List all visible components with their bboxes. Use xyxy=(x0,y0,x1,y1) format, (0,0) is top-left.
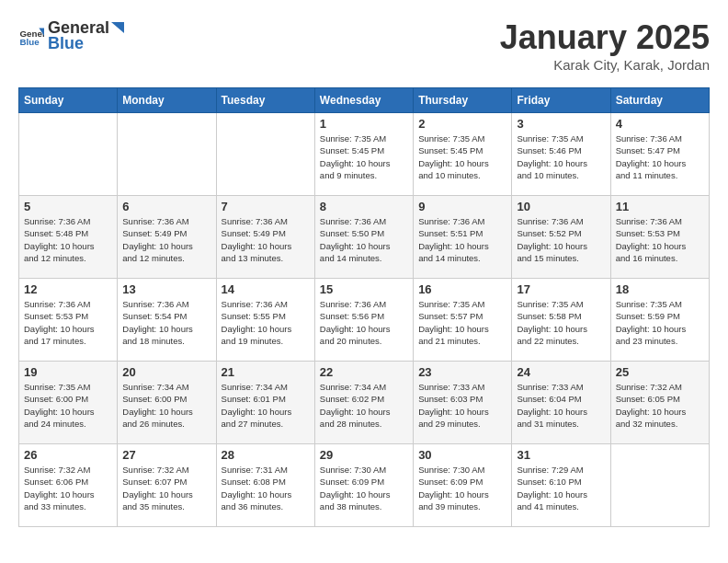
cell-info: Sunrise: 7:35 AM Sunset: 5:45 PM Dayligh… xyxy=(418,132,506,181)
calendar-cell: 7Sunrise: 7:36 AM Sunset: 5:49 PM Daylig… xyxy=(216,196,314,279)
calendar-cell: 17Sunrise: 7:35 AM Sunset: 5:58 PM Dayli… xyxy=(512,279,610,362)
day-number: 27 xyxy=(122,448,210,462)
cell-info: Sunrise: 7:35 AM Sunset: 5:58 PM Dayligh… xyxy=(517,298,605,347)
cell-info: Sunrise: 7:29 AM Sunset: 6:10 PM Dayligh… xyxy=(517,464,605,512)
logo: General Blue General Blue xyxy=(18,18,126,53)
calendar-cell: 1Sunrise: 7:35 AM Sunset: 5:45 PM Daylig… xyxy=(314,113,413,196)
calendar-cell: 15Sunrise: 7:36 AM Sunset: 5:56 PM Dayli… xyxy=(314,279,413,362)
calendar-cell xyxy=(118,113,216,196)
day-number: 12 xyxy=(24,282,112,296)
cell-info: Sunrise: 7:35 AM Sunset: 5:57 PM Dayligh… xyxy=(418,298,506,347)
calendar-cell: 22Sunrise: 7:34 AM Sunset: 6:02 PM Dayli… xyxy=(314,362,413,444)
cell-info: Sunrise: 7:36 AM Sunset: 5:49 PM Dayligh… xyxy=(122,215,210,264)
day-number: 17 xyxy=(517,282,605,296)
calendar-cell: 12Sunrise: 7:36 AM Sunset: 5:53 PM Dayli… xyxy=(19,279,118,362)
day-number: 2 xyxy=(418,117,506,131)
cell-info: Sunrise: 7:36 AM Sunset: 5:53 PM Dayligh… xyxy=(616,215,704,264)
cell-info: Sunrise: 7:34 AM Sunset: 6:00 PM Dayligh… xyxy=(122,381,210,430)
calendar-cell: 2Sunrise: 7:35 AM Sunset: 5:45 PM Daylig… xyxy=(414,113,512,196)
cell-info: Sunrise: 7:35 AM Sunset: 5:45 PM Dayligh… xyxy=(320,132,408,181)
cell-info: Sunrise: 7:34 AM Sunset: 6:01 PM Dayligh… xyxy=(222,381,310,430)
calendar-cell: 30Sunrise: 7:30 AM Sunset: 6:09 PM Dayli… xyxy=(414,444,512,527)
day-number: 9 xyxy=(418,200,506,213)
cell-info: Sunrise: 7:36 AM Sunset: 5:50 PM Dayligh… xyxy=(320,215,408,264)
cell-info: Sunrise: 7:32 AM Sunset: 6:07 PM Dayligh… xyxy=(122,464,210,512)
day-number: 26 xyxy=(24,448,112,462)
day-number: 3 xyxy=(517,117,605,131)
cell-info: Sunrise: 7:33 AM Sunset: 6:03 PM Dayligh… xyxy=(418,381,506,430)
col-header-wednesday: Wednesday xyxy=(314,88,413,113)
calendar-cell: 19Sunrise: 7:35 AM Sunset: 6:00 PM Dayli… xyxy=(19,362,118,444)
cell-info: Sunrise: 7:36 AM Sunset: 5:54 PM Dayligh… xyxy=(122,298,210,347)
calendar-week-row: 12Sunrise: 7:36 AM Sunset: 5:53 PM Dayli… xyxy=(19,279,710,362)
day-number: 4 xyxy=(616,117,704,131)
day-number: 14 xyxy=(222,282,310,296)
svg-marker-3 xyxy=(111,22,124,33)
page-header: General Blue General Blue January 2025 K… xyxy=(18,18,710,73)
calendar-cell: 28Sunrise: 7:31 AM Sunset: 6:08 PM Dayli… xyxy=(216,444,314,527)
calendar-cell: 14Sunrise: 7:36 AM Sunset: 5:55 PM Dayli… xyxy=(216,279,314,362)
calendar-cell: 13Sunrise: 7:36 AM Sunset: 5:54 PM Dayli… xyxy=(118,279,216,362)
calendar-week-row: 26Sunrise: 7:32 AM Sunset: 6:06 PM Dayli… xyxy=(19,444,710,527)
cell-info: Sunrise: 7:35 AM Sunset: 6:00 PM Dayligh… xyxy=(24,381,112,430)
cell-info: Sunrise: 7:35 AM Sunset: 5:59 PM Dayligh… xyxy=(616,298,704,347)
cell-info: Sunrise: 7:36 AM Sunset: 5:51 PM Dayligh… xyxy=(418,215,506,264)
day-number: 20 xyxy=(122,365,210,379)
day-number: 22 xyxy=(320,365,408,379)
day-number: 30 xyxy=(418,448,506,462)
day-number: 8 xyxy=(320,200,408,213)
cell-info: Sunrise: 7:30 AM Sunset: 6:09 PM Dayligh… xyxy=(418,464,506,512)
day-number: 10 xyxy=(517,200,605,213)
day-number: 21 xyxy=(222,365,310,379)
calendar-cell: 16Sunrise: 7:35 AM Sunset: 5:57 PM Dayli… xyxy=(414,279,512,362)
cell-info: Sunrise: 7:35 AM Sunset: 5:46 PM Dayligh… xyxy=(517,132,605,181)
cell-info: Sunrise: 7:36 AM Sunset: 5:56 PM Dayligh… xyxy=(320,298,408,347)
calendar-cell: 9Sunrise: 7:36 AM Sunset: 5:51 PM Daylig… xyxy=(414,196,512,279)
calendar-cell: 6Sunrise: 7:36 AM Sunset: 5:49 PM Daylig… xyxy=(118,196,216,279)
calendar-cell: 10Sunrise: 7:36 AM Sunset: 5:52 PM Dayli… xyxy=(512,196,610,279)
calendar-cell: 26Sunrise: 7:32 AM Sunset: 6:06 PM Dayli… xyxy=(19,444,118,527)
day-number: 16 xyxy=(418,282,506,296)
calendar-cell: 27Sunrise: 7:32 AM Sunset: 6:07 PM Dayli… xyxy=(118,444,216,527)
calendar-table: SundayMondayTuesdayWednesdayThursdayFrid… xyxy=(18,87,710,527)
day-number: 15 xyxy=(320,282,408,296)
day-number: 18 xyxy=(616,282,704,296)
cell-info: Sunrise: 7:36 AM Sunset: 5:55 PM Dayligh… xyxy=(222,298,310,347)
calendar-cell: 20Sunrise: 7:34 AM Sunset: 6:00 PM Dayli… xyxy=(118,362,216,444)
day-number: 23 xyxy=(418,365,506,379)
calendar-cell: 21Sunrise: 7:34 AM Sunset: 6:01 PM Dayli… xyxy=(216,362,314,444)
calendar-cell: 5Sunrise: 7:36 AM Sunset: 5:48 PM Daylig… xyxy=(19,196,118,279)
day-number: 19 xyxy=(24,365,112,379)
cell-info: Sunrise: 7:36 AM Sunset: 5:48 PM Dayligh… xyxy=(24,215,112,264)
calendar-cell: 8Sunrise: 7:36 AM Sunset: 5:50 PM Daylig… xyxy=(314,196,413,279)
cell-info: Sunrise: 7:34 AM Sunset: 6:02 PM Dayligh… xyxy=(320,381,408,430)
calendar-cell xyxy=(216,113,314,196)
calendar-cell: 4Sunrise: 7:36 AM Sunset: 5:47 PM Daylig… xyxy=(610,113,709,196)
col-header-friday: Friday xyxy=(512,88,610,113)
col-header-tuesday: Tuesday xyxy=(216,88,314,113)
cell-info: Sunrise: 7:33 AM Sunset: 6:04 PM Dayligh… xyxy=(517,381,605,430)
calendar-week-row: 19Sunrise: 7:35 AM Sunset: 6:00 PM Dayli… xyxy=(19,362,710,444)
cell-info: Sunrise: 7:32 AM Sunset: 6:06 PM Dayligh… xyxy=(24,464,112,512)
cell-info: Sunrise: 7:36 AM Sunset: 5:49 PM Dayligh… xyxy=(222,215,310,264)
title-block: January 2025 Karak City, Karak, Jordan xyxy=(500,18,710,73)
day-number: 6 xyxy=(122,200,210,213)
calendar-week-row: 1Sunrise: 7:35 AM Sunset: 5:45 PM Daylig… xyxy=(19,113,710,196)
calendar-week-row: 5Sunrise: 7:36 AM Sunset: 5:48 PM Daylig… xyxy=(19,196,710,279)
day-number: 28 xyxy=(222,448,310,462)
col-header-thursday: Thursday xyxy=(414,88,512,113)
day-number: 1 xyxy=(320,117,408,131)
col-header-monday: Monday xyxy=(118,88,216,113)
calendar-cell: 11Sunrise: 7:36 AM Sunset: 5:53 PM Dayli… xyxy=(610,196,709,279)
day-number: 7 xyxy=(222,200,310,213)
day-number: 25 xyxy=(616,365,704,379)
cell-info: Sunrise: 7:31 AM Sunset: 6:08 PM Dayligh… xyxy=(222,464,310,512)
cell-info: Sunrise: 7:36 AM Sunset: 5:52 PM Dayligh… xyxy=(517,215,605,264)
calendar-cell xyxy=(19,113,118,196)
day-number: 31 xyxy=(517,448,605,462)
day-number: 11 xyxy=(616,200,704,213)
calendar-cell: 3Sunrise: 7:35 AM Sunset: 5:46 PM Daylig… xyxy=(512,113,610,196)
day-number: 24 xyxy=(517,365,605,379)
cell-info: Sunrise: 7:30 AM Sunset: 6:09 PM Dayligh… xyxy=(320,464,408,512)
cell-info: Sunrise: 7:36 AM Sunset: 5:53 PM Dayligh… xyxy=(24,298,112,347)
